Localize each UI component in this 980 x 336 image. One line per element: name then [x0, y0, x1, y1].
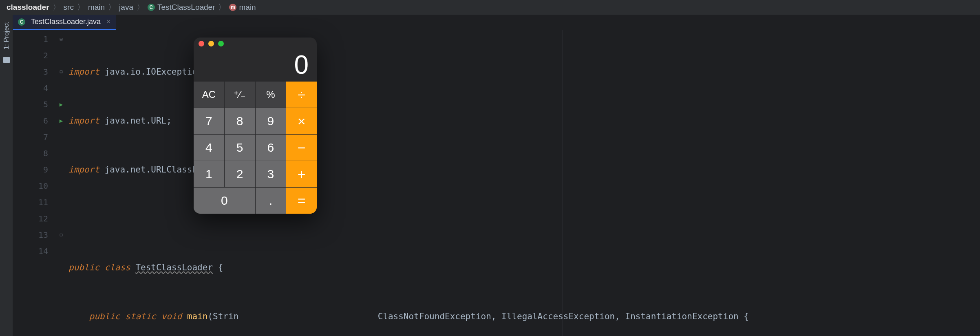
- close-icon[interactable]: ×: [106, 18, 111, 26]
- line-number: 10: [13, 178, 48, 194]
- close-window-icon[interactable]: [199, 41, 204, 46]
- fold-icon[interactable]: ⊟: [54, 31, 68, 47]
- breadcrumb-method[interactable]: main: [239, 3, 256, 12]
- minimize-window-icon[interactable]: [208, 41, 214, 46]
- class-icon: C: [148, 4, 155, 11]
- chevron-right-icon: 〉: [137, 2, 144, 13]
- method-icon: m: [229, 4, 236, 11]
- calc-subtract-button[interactable]: −: [286, 135, 317, 161]
- calc-5-button[interactable]: 5: [225, 135, 255, 161]
- calc-add-button[interactable]: +: [286, 161, 317, 187]
- editor: 1 2 3 4 5 6 7 8 9 10 11 12 13 14 ⊟ ⊟ ▶ ▶…: [13, 30, 980, 336]
- keyword: static: [125, 312, 156, 321]
- line-number: 5: [13, 96, 48, 113]
- calc-2-button[interactable]: 2: [225, 161, 255, 187]
- code-text: (Strin: [207, 312, 238, 321]
- keyword: public: [68, 263, 99, 272]
- keyword: void: [161, 312, 182, 321]
- line-number: 2: [13, 47, 48, 64]
- chevron-right-icon: 〉: [218, 2, 226, 13]
- gutter-icons: ⊟ ⊟ ▶ ▶ ⊟: [54, 30, 68, 336]
- calc-percent-button[interactable]: %: [256, 82, 286, 108]
- line-number: 9: [13, 161, 48, 178]
- line-number: 4: [13, 80, 48, 96]
- code-text: java.io.IOException;: [99, 67, 208, 77]
- line-numbers: 1 2 3 4 5 6 7 8 9 10 11 12 13 14: [13, 30, 54, 336]
- calc-7-button[interactable]: 7: [194, 108, 224, 134]
- breadcrumb-class[interactable]: TestClassLoader: [157, 3, 215, 12]
- method-name: main: [187, 312, 208, 321]
- calc-6-button[interactable]: 6: [256, 135, 286, 161]
- calc-3-button[interactable]: 3: [256, 161, 286, 187]
- line-number: 12: [13, 210, 48, 227]
- line-number: 8: [13, 145, 48, 161]
- keyword: import: [68, 165, 99, 175]
- fold-icon[interactable]: ⊟: [54, 64, 68, 80]
- zoom-window-icon[interactable]: [218, 41, 224, 46]
- code-text: {: [213, 263, 223, 272]
- folder-icon: [3, 57, 10, 63]
- calc-9-button[interactable]: 9: [256, 108, 286, 134]
- calc-equals-button[interactable]: =: [286, 188, 317, 214]
- calc-4-button[interactable]: 4: [194, 135, 224, 161]
- calc-1-button[interactable]: 1: [194, 161, 224, 187]
- project-tool-button[interactable]: 1: Project: [3, 22, 10, 50]
- keyword: import: [68, 67, 99, 77]
- chevron-right-icon: 〉: [53, 2, 60, 13]
- fold-end-icon[interactable]: ⊟: [54, 227, 68, 243]
- calc-multiply-button[interactable]: ×: [286, 108, 317, 134]
- calc-0-button[interactable]: 0: [194, 188, 255, 214]
- calc-ac-button[interactable]: AC: [194, 82, 224, 108]
- line-number: 3: [13, 64, 48, 80]
- breadcrumb-main[interactable]: main: [88, 3, 105, 12]
- calculator-window[interactable]: 0 AC ⁺⁄₋ % ÷ 7 8 9 × 4 5 6 − 1 2 3 + 0 .…: [194, 38, 317, 214]
- calculator-display: 0: [194, 50, 317, 82]
- breadcrumb: classloader 〉 src 〉 main 〉 java 〉 C Test…: [0, 0, 980, 15]
- editor-tabs: C TestClassLoader.java ×: [13, 15, 116, 30]
- calc-8-button[interactable]: 8: [225, 108, 255, 134]
- line-number: 6: [13, 113, 48, 129]
- tab-label: TestClassLoader.java: [31, 18, 101, 26]
- run-icon[interactable]: ▶: [54, 113, 68, 129]
- tab-test-class-loader[interactable]: C TestClassLoader.java ×: [13, 15, 116, 30]
- class-name: TestClassLoader: [135, 263, 213, 272]
- run-icon[interactable]: ▶: [54, 96, 68, 113]
- line-number: 14: [13, 243, 48, 259]
- line-number: 13: [13, 227, 48, 243]
- line-number: 7: [13, 129, 48, 145]
- keyword: import: [68, 116, 99, 126]
- chevron-right-icon: 〉: [108, 2, 116, 13]
- code-text: java.net.URL;: [99, 116, 172, 126]
- calc-sign-button[interactable]: ⁺⁄₋: [225, 82, 255, 108]
- line-number: 1: [13, 31, 48, 47]
- keyword: public: [89, 312, 120, 321]
- breadcrumb-src[interactable]: src: [64, 3, 74, 12]
- keyword: class: [105, 263, 130, 272]
- chevron-right-icon: 〉: [77, 2, 85, 13]
- calc-decimal-button[interactable]: .: [256, 188, 286, 214]
- tool-window-bar: 1: Project: [0, 15, 13, 336]
- right-margin: [563, 30, 563, 336]
- breadcrumb-java[interactable]: java: [119, 3, 133, 12]
- calc-divide-button[interactable]: ÷: [286, 82, 317, 108]
- breadcrumb-root[interactable]: classloader: [7, 3, 49, 12]
- calculator-keypad: AC ⁺⁄₋ % ÷ 7 8 9 × 4 5 6 − 1 2 3 + 0 . =: [194, 82, 317, 214]
- line-number: 11: [13, 194, 48, 210]
- code-text: ClassNotFoundException, IllegalAccessExc…: [373, 312, 749, 321]
- calculator-titlebar[interactable]: [194, 38, 317, 50]
- class-icon: C: [18, 18, 25, 26]
